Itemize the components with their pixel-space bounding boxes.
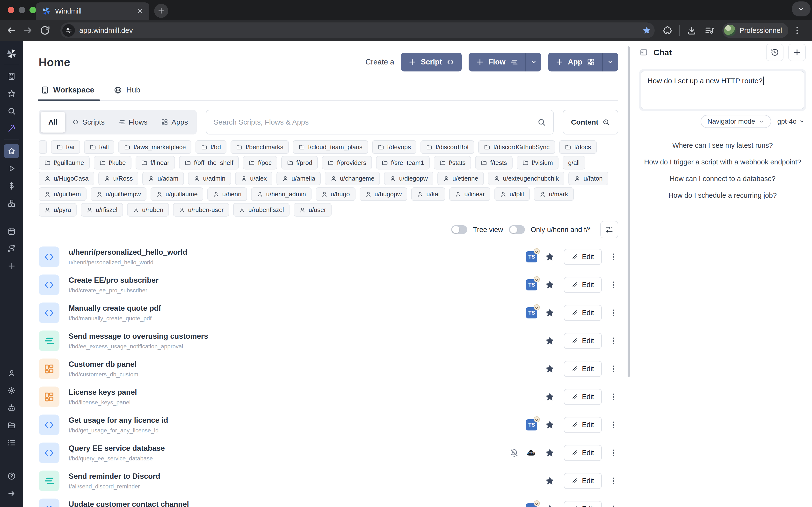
filter-all[interactable]: All: [41, 112, 65, 132]
sidebar-home-button[interactable]: [0, 143, 23, 160]
sidebar-boxes-button[interactable]: [0, 194, 23, 212]
list-item[interactable]: Get usage for any licence id f/bd/get_us…: [39, 411, 618, 439]
folder-chip[interactable]: f/all: [84, 140, 114, 154]
user-chip[interactable]: u/admin: [188, 172, 231, 185]
user-chip[interactable]: u/adam: [142, 172, 184, 185]
item-menu-icon[interactable]: [609, 336, 618, 345]
chat-input[interactable]: How do I set up a new HTTP route?: [641, 71, 804, 109]
sidebar-plus-button[interactable]: [0, 258, 23, 275]
sidebar-gear-button[interactable]: [0, 382, 23, 399]
list-item[interactable]: Send reminder to Discord f/all/send_disc…: [39, 467, 618, 495]
user-chip[interactable]: u/exteugenchubchik: [488, 172, 564, 185]
sidebar-user-button[interactable]: [0, 364, 23, 382]
user-chip[interactable]: u/changeme: [325, 172, 380, 185]
user-chip[interactable]: u/lplit: [495, 187, 530, 201]
user-chip[interactable]: u/faton: [568, 172, 608, 185]
chat-mode-select[interactable]: Navigator mode: [701, 115, 771, 128]
folder-chip[interactable]: f/visium: [517, 156, 558, 169]
favorite-star-icon[interactable]: [545, 448, 555, 458]
filter-apps[interactable]: Apps: [154, 118, 195, 126]
back-button[interactable]: [6, 25, 16, 36]
folder-chip[interactable]: f/discordBot: [420, 140, 474, 154]
tab-close-icon[interactable]: [136, 7, 144, 15]
chat-suggestion[interactable]: How do I trigger a script with a webhook…: [644, 158, 801, 166]
sidebar-calendar-button[interactable]: [0, 223, 23, 240]
folder-chip[interactable]: f/tests: [475, 156, 512, 169]
browser-profile-button[interactable]: Professionnel: [722, 23, 788, 38]
folder-chip[interactable]: f/aws_marketplace: [118, 140, 191, 154]
chat-suggestion[interactable]: Where can I see my latest runs?: [672, 142, 773, 150]
favorite-star-icon[interactable]: [545, 504, 555, 507]
user-chip[interactable]: u/mark: [534, 187, 573, 201]
item-menu-icon[interactable]: [609, 252, 618, 262]
favorite-star-icon[interactable]: [545, 392, 555, 402]
model-select[interactable]: gpt-4o: [777, 118, 805, 125]
create-app-button[interactable]: App: [548, 53, 603, 71]
sidebar-dollar-button[interactable]: [0, 177, 23, 194]
item-menu-icon[interactable]: [609, 420, 618, 430]
browser-tab[interactable]: Windmill: [36, 2, 149, 20]
edit-button[interactable]: Edit: [564, 333, 602, 349]
fullscreen-window-button[interactable]: [30, 7, 36, 13]
site-info-icon[interactable]: [62, 24, 75, 37]
clipped-chip[interactable]: [39, 140, 47, 154]
edit-button[interactable]: Edit: [564, 277, 602, 293]
item-menu-icon[interactable]: [609, 280, 618, 289]
item-menu-icon[interactable]: [609, 392, 618, 401]
user-chip[interactable]: u/rfiszel: [81, 203, 123, 217]
chat-suggestion[interactable]: How do I schedule a recurring job?: [668, 191, 777, 200]
sidebar-play-button[interactable]: [0, 160, 23, 177]
folder-chip[interactable]: f/devops: [372, 140, 416, 154]
user-chip[interactable]: u/ruben-user: [173, 203, 229, 217]
favorite-star-icon[interactable]: [545, 336, 555, 346]
edit-button[interactable]: Edit: [564, 473, 602, 489]
item-menu-icon[interactable]: [609, 504, 618, 507]
extensions-icon[interactable]: [662, 25, 672, 36]
tree-view-toggle[interactable]: [451, 225, 467, 234]
browser-chevron-button[interactable]: [792, 1, 811, 16]
user-chip[interactable]: u/Ross: [98, 172, 139, 185]
folder-chip[interactable]: f/sre_team1: [376, 156, 430, 169]
user-chip[interactable]: u/HugoCasa: [39, 172, 94, 185]
list-item[interactable]: License keys panel f/bd/license_keys_pan…: [39, 383, 618, 411]
list-item[interactable]: Query EE service database f/bd/query_ee_…: [39, 439, 618, 467]
folder-chip[interactable]: f/discordGithubSync: [478, 140, 555, 154]
address-bar[interactable]: app.windmill.dev: [60, 22, 655, 38]
folder-chip[interactable]: f/benchmarks: [231, 140, 289, 154]
list-item[interactable]: Manually create quote pdf f/bd/manually_…: [39, 299, 618, 327]
user-chip[interactable]: u/guilhempw: [91, 187, 146, 201]
only-mine-toggle[interactable]: [509, 225, 525, 234]
content-search-button[interactable]: Content: [563, 110, 618, 134]
chat-history-button[interactable]: [766, 44, 783, 61]
favorite-star-icon[interactable]: [545, 475, 555, 486]
sidebar-help-button[interactable]: [0, 467, 23, 485]
folder-chip[interactable]: f/linear: [136, 156, 175, 169]
edit-button[interactable]: Edit: [564, 249, 602, 265]
user-chip[interactable]: u/amelia: [276, 172, 321, 185]
user-chip[interactable]: u/user: [294, 203, 332, 217]
item-menu-icon[interactable]: [609, 364, 618, 374]
user-chip[interactable]: u/hugopw: [360, 187, 407, 201]
folder-chip[interactable]: f/off_the_shelf: [179, 156, 239, 169]
sidebar-folder-open-button[interactable]: [0, 417, 23, 434]
scrollbar[interactable]: [627, 46, 630, 377]
create-script-button[interactable]: Script: [401, 53, 462, 71]
create-flow-button[interactable]: Flow: [469, 53, 526, 71]
filter-scripts[interactable]: Scripts: [65, 118, 111, 126]
collapse-panel-icon[interactable]: [640, 48, 648, 57]
user-chip[interactable]: u/ruben: [127, 203, 169, 217]
search-input[interactable]: Search Scripts, Flows & Apps: [206, 110, 554, 134]
sidebar-star-button[interactable]: [0, 85, 23, 102]
edit-button[interactable]: Edit: [564, 361, 602, 377]
favorite-star-icon[interactable]: [545, 419, 555, 430]
downloads-icon[interactable]: [687, 25, 697, 36]
forward-button[interactable]: [23, 25, 33, 36]
close-window-button[interactable]: [8, 7, 14, 13]
bookmark-star-icon[interactable]: [642, 26, 651, 35]
item-menu-icon[interactable]: [609, 476, 618, 486]
folder-chip[interactable]: f/bd: [196, 140, 226, 154]
folder-chip[interactable]: f/stats: [434, 156, 471, 169]
user-chip[interactable]: u/etienne: [438, 172, 484, 185]
edit-button[interactable]: Edit: [564, 417, 602, 433]
user-chip[interactable]: u/kai: [411, 187, 445, 201]
